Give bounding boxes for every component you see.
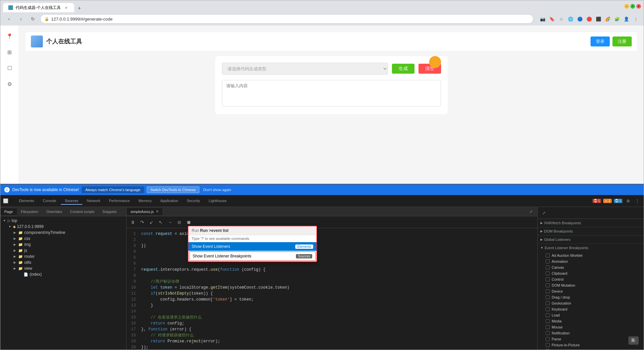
dont-show-btn[interactable]: Don't show again bbox=[203, 188, 231, 192]
register-btn[interactable]: 注册 bbox=[612, 36, 632, 46]
tree-item-component[interactable]: ▶📁component/myTimeline bbox=[0, 230, 126, 236]
autocomplete-item-show-breakpoints[interactable]: Show Event Listener Breakpoints Sources bbox=[189, 251, 316, 261]
tree-item-index[interactable]: 📄(index) bbox=[0, 271, 126, 277]
bp-mouse[interactable]: Mouse bbox=[538, 324, 644, 330]
step-into-btn[interactable]: ↙ bbox=[148, 219, 155, 226]
nav-settings-icon[interactable]: ⚙ bbox=[4, 79, 15, 89]
step-over-btn[interactable]: ↷ bbox=[138, 219, 146, 226]
editor-tab-simpleaxios[interactable]: simpleAxios.js ✕ bbox=[127, 208, 163, 215]
tree-item-img[interactable]: ▶📁img bbox=[0, 242, 126, 247]
bp-check[interactable] bbox=[546, 307, 550, 311]
extension-5[interactable]: 🌈 bbox=[604, 15, 612, 23]
back-btn[interactable]: ‹ bbox=[4, 14, 14, 24]
close-btn[interactable]: ✕ bbox=[636, 4, 641, 9]
extension-3[interactable]: 🛑 bbox=[585, 15, 593, 23]
deactivate-btn[interactable]: ⊘ bbox=[176, 219, 183, 226]
more-options-icon[interactable]: ⋮ bbox=[634, 197, 641, 205]
settings-gear-icon[interactable]: ⚙ bbox=[624, 197, 632, 205]
tab-application[interactable]: Application bbox=[156, 197, 182, 205]
bookmark-icon[interactable]: 🔖 bbox=[548, 15, 556, 23]
forward-btn[interactable]: › bbox=[16, 14, 26, 24]
devtools-inspect-icon[interactable]: ⬚ bbox=[9, 198, 14, 204]
bp-load[interactable]: Load bbox=[538, 312, 644, 318]
extension-2[interactable]: 🔵 bbox=[576, 15, 584, 23]
bp-check[interactable] bbox=[546, 277, 550, 281]
dom-breakpoints-header[interactable]: ▶ DOM Breakpoints bbox=[538, 227, 644, 235]
bp-check[interactable] bbox=[546, 271, 550, 275]
bp-check[interactable] bbox=[546, 325, 550, 329]
bp-media[interactable]: Media bbox=[538, 318, 644, 324]
editor-expand-icon[interactable]: ⤢ bbox=[527, 208, 535, 215]
pause-btn[interactable]: ⏸ bbox=[129, 219, 137, 226]
bp-check[interactable] bbox=[546, 283, 550, 287]
devtools-dock-icon[interactable]: ⬜ bbox=[3, 198, 8, 204]
new-tab-btn[interactable]: + bbox=[75, 4, 83, 12]
bp-check[interactable] bbox=[546, 289, 550, 293]
menu-icon[interactable]: ⋮ bbox=[632, 15, 640, 23]
tab-network[interactable]: Network bbox=[83, 197, 104, 205]
tab-elements[interactable]: Elements bbox=[15, 197, 38, 205]
screenshot-icon[interactable]: 📷 bbox=[539, 15, 547, 23]
bp-animation[interactable]: Animation bbox=[538, 258, 644, 264]
bp-parse[interactable]: Parse bbox=[538, 336, 644, 342]
tree-item-router[interactable]: ▶📁router bbox=[0, 253, 126, 259]
nav-location-icon[interactable]: 📍 bbox=[4, 31, 15, 41]
extensions-icon[interactable]: 🧩 bbox=[613, 15, 621, 23]
switch-devtools-btn[interactable]: Switch DevTools to Chinese bbox=[147, 186, 199, 193]
tree-item-js[interactable]: ▶📁js bbox=[0, 247, 126, 253]
bp-check[interactable] bbox=[546, 253, 550, 257]
event-listener-breakpoints-header[interactable]: ▼ Event Listener Breakpoints bbox=[538, 244, 644, 252]
bp-picture-in-picture[interactable]: Picture-in-Picture bbox=[538, 342, 644, 348]
code-input[interactable] bbox=[222, 80, 441, 106]
reload-btn[interactable]: ↻ bbox=[28, 14, 38, 24]
active-tab[interactable]: 代码生成器-个人在线工具 ✕ bbox=[3, 3, 74, 12]
bp-ad-auction[interactable]: Ad Auction Worklet bbox=[538, 252, 644, 258]
tab-close-btn[interactable]: ✕ bbox=[63, 5, 69, 10]
bp-notification[interactable]: Notification bbox=[538, 330, 644, 336]
extension-1[interactable]: 🌐 bbox=[567, 15, 575, 23]
bp-check[interactable] bbox=[546, 265, 550, 269]
url-bar[interactable]: 🔒 127.0.0.1:9999/#/generate-code bbox=[40, 14, 533, 24]
bp-check[interactable] bbox=[546, 301, 550, 305]
bp-check[interactable] bbox=[546, 331, 550, 335]
always-match-btn[interactable]: Always match Chrome's language bbox=[82, 186, 144, 193]
maximize-btn[interactable]: + bbox=[630, 4, 635, 9]
tab-sources[interactable]: Sources bbox=[61, 197, 82, 205]
star-icon[interactable]: ☆ bbox=[557, 15, 565, 23]
tree-item-localhost[interactable]: ▼◆127.0.0.1:9999 bbox=[0, 224, 126, 230]
tab-console[interactable]: Console bbox=[39, 197, 60, 205]
step-out-btn[interactable]: ↖ bbox=[157, 219, 164, 226]
step-btn[interactable]: → bbox=[166, 219, 174, 226]
bp-check[interactable] bbox=[546, 295, 550, 299]
input-method-badge[interactable]: 英· bbox=[628, 336, 639, 345]
profile-icon[interactable]: 👤 bbox=[622, 15, 630, 23]
bp-canvas[interactable]: Canvas bbox=[538, 264, 644, 270]
bp-check[interactable] bbox=[546, 319, 550, 323]
tree-item-utils[interactable]: ▶📁utils bbox=[0, 259, 126, 265]
xhr-breakpoints-header[interactable]: ▶ XHR/fetch Breakpoints bbox=[538, 219, 644, 227]
bp-check[interactable] bbox=[546, 259, 550, 263]
login-btn[interactable]: 登录 bbox=[591, 36, 610, 46]
bp-check[interactable] bbox=[546, 313, 550, 317]
stop-btn[interactable]: ⏹ bbox=[185, 219, 192, 226]
bp-pointer[interactable]: Pointer bbox=[538, 348, 644, 350]
bp-device[interactable]: Device bbox=[538, 288, 644, 294]
sidebar-tab-page[interactable]: Page bbox=[0, 208, 17, 215]
nav-layout-icon[interactable]: ☐ bbox=[4, 63, 15, 73]
sidebar-tab-snippets[interactable]: Snippets bbox=[98, 208, 121, 215]
sidebar-tab-content-scripts[interactable]: Content scripts bbox=[66, 208, 98, 215]
tab-performance[interactable]: Performance bbox=[105, 197, 134, 205]
tree-item-css[interactable]: ▶📁css bbox=[0, 236, 126, 242]
tab-memory[interactable]: Memory bbox=[135, 197, 156, 205]
sidebar-tab-overrides[interactable]: Overrides bbox=[42, 208, 66, 215]
minimize-btn[interactable]: − bbox=[624, 4, 629, 9]
tab-lighthouse[interactable]: Lighthouse bbox=[205, 197, 230, 205]
editor-tab-close[interactable]: ✕ bbox=[156, 209, 159, 214]
expand-icon[interactable]: ⤢ bbox=[540, 209, 548, 217]
bp-check[interactable] bbox=[546, 343, 550, 347]
autocomplete-item-show-listeners[interactable]: Show Event Listeners Elements bbox=[188, 242, 317, 251]
global-listeners-header[interactable]: ▶ Global Listeners bbox=[538, 236, 644, 244]
tab-security[interactable]: Security bbox=[183, 197, 204, 205]
bp-drag-drop[interactable]: Drag / drop bbox=[538, 294, 644, 300]
bp-control[interactable]: Control bbox=[538, 276, 644, 282]
